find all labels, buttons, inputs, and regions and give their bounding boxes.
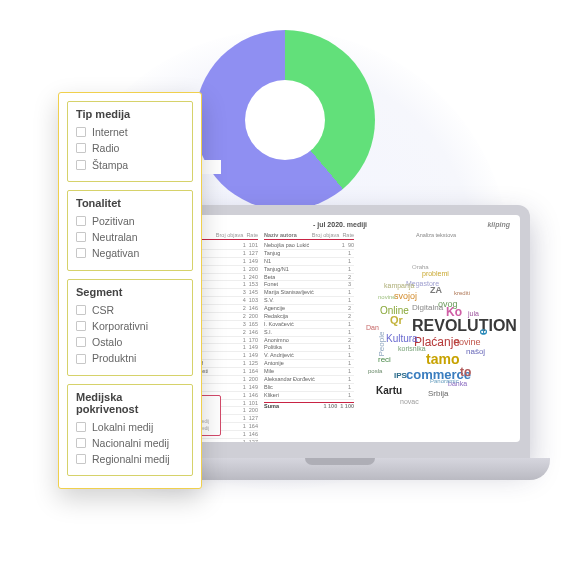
wordcloud-word: tamo — [426, 352, 459, 366]
table-row: Marija Stanisavljević1 — [264, 289, 354, 297]
filter-group: SegmentCSRKorporativniOstaloProduktni — [67, 279, 193, 376]
filter-option-label: Radio — [92, 140, 119, 156]
filter-option[interactable]: Nacionalni medij — [76, 435, 184, 451]
wordcloud-word: korisnika — [398, 345, 426, 352]
filter-option-label: Nacionalni medij — [92, 435, 169, 451]
filter-option-label: Internet — [92, 124, 128, 140]
filter-group: Tip medijaInternetRadioŠtampa — [67, 101, 193, 182]
filter-panel: Tip medijaInternetRadioŠtampaTonalitetPo… — [58, 92, 202, 489]
table-row: Beta2 — [264, 274, 354, 282]
checkbox-icon[interactable] — [76, 337, 86, 347]
checkbox-icon[interactable] — [76, 454, 86, 464]
checkbox-icon[interactable] — [76, 305, 86, 315]
filter-group-title: Medijska pokrivenost — [76, 391, 184, 415]
filter-option[interactable]: Internet — [76, 124, 184, 140]
table-row: Klikeri1 — [264, 392, 354, 400]
filter-option-label: Regionalni medij — [92, 451, 170, 467]
wordcloud-word: svojoj — [394, 292, 417, 301]
table-row: Redakcija2 — [264, 313, 354, 321]
table-row: Mile1 — [264, 368, 354, 376]
wordcloud-word: ZA — [430, 286, 442, 295]
laptop-display: - jul 2020. mediji kliping Naziv medijaB… — [160, 215, 520, 442]
wordcloud-word: posla — [368, 368, 382, 374]
filter-option[interactable]: Radio — [76, 140, 184, 156]
wordcloud-word: Kultura — [386, 334, 418, 344]
filter-option[interactable]: Pozitivan — [76, 213, 184, 229]
table-row: S.V.1 — [264, 297, 354, 305]
wordcloud-title: Analiza tekstova — [360, 232, 512, 238]
wordcloud-word: problemi — [422, 270, 449, 277]
wordcloud-word: Ko — [446, 306, 462, 318]
wordcloud-word: Dan — [366, 324, 379, 331]
table-row: Agencije2 — [264, 305, 354, 313]
filter-option-label: Negativan — [92, 245, 139, 261]
wordcloud-word: kampanja — [384, 282, 414, 289]
filter-group-title: Segment — [76, 286, 184, 298]
filter-option[interactable]: Korporativni — [76, 318, 184, 334]
checkbox-icon[interactable] — [76, 438, 86, 448]
filter-option-label: Produktni — [92, 350, 136, 366]
wordcloud-word: Kartu — [376, 386, 402, 396]
wordcloud-section: Analiza tekstova REVOLUTIONPlaćanjetamoc… — [360, 232, 512, 442]
table-row: I. Kovačević1 — [264, 321, 354, 329]
table-row: Politika1 — [264, 344, 354, 352]
checkbox-icon[interactable] — [76, 321, 86, 331]
table-row: N11 — [264, 258, 354, 266]
table-row: S.l.1 — [264, 329, 354, 337]
filter-option-label: Korporativni — [92, 318, 148, 334]
filter-option-label: Pozitivan — [92, 213, 135, 229]
checkbox-icon[interactable] — [76, 232, 86, 242]
wordcloud-word: e — [477, 329, 489, 336]
checkbox-icon[interactable] — [76, 127, 86, 137]
wordcloud-word: novine — [378, 294, 396, 300]
checkbox-icon[interactable] — [76, 216, 86, 226]
table-row: Aleksandar Đorđević1 — [264, 376, 354, 384]
wordcloud-word: našoj — [466, 348, 485, 356]
table-row: Antonije1 — [264, 360, 354, 368]
wordcloud-word: jula — [468, 310, 479, 317]
filter-group-title: Tonalitet — [76, 197, 184, 209]
checkbox-icon[interactable] — [76, 143, 86, 153]
wordcloud-word: Panoramic — [430, 378, 459, 384]
report: - jul 2020. mediji kliping Naziv medijaB… — [160, 215, 520, 442]
wordcloud-word: novac — [400, 398, 419, 405]
wordcloud-word: to — [460, 366, 471, 378]
filter-option[interactable]: Štampa — [76, 157, 184, 173]
checkbox-icon[interactable] — [76, 354, 86, 364]
filter-option-label: Štampa — [92, 157, 128, 173]
table-row: Anonimno2 — [264, 337, 354, 345]
checkbox-icon[interactable] — [76, 422, 86, 432]
filter-option[interactable]: Neutralan — [76, 229, 184, 245]
filter-option-label: Ostalo — [92, 334, 122, 350]
table-row: Blic1 — [264, 384, 354, 392]
wordcloud: REVOLUTIONPlaćanjetamocommerceOnlineKult… — [360, 240, 512, 425]
filter-option-label: Neutralan — [92, 229, 138, 245]
checkbox-icon[interactable] — [76, 160, 86, 170]
wordcloud-word: IPS — [394, 372, 407, 380]
checkbox-icon[interactable] — [76, 248, 86, 258]
donut-chart — [195, 30, 375, 210]
filter-group: Medijska pokrivenostLokalni medijNaciona… — [67, 384, 193, 477]
wordcloud-word: reci — [378, 356, 391, 364]
filter-option[interactable]: CSR — [76, 302, 184, 318]
filter-option[interactable]: Produktni — [76, 350, 184, 366]
filter-option-label: CSR — [92, 302, 114, 318]
filter-group: TonalitetPozitivanNeutralanNegativan — [67, 190, 193, 271]
table-total: Suma1 1001 100 — [264, 402, 354, 410]
wordcloud-word: REVOLUTION — [412, 318, 517, 334]
filter-option[interactable]: Regionalni medij — [76, 451, 184, 467]
table-row: Tanjug/N11 — [264, 266, 354, 274]
author-table: Naziv autoraBroj objavaRateNebojša pao L… — [264, 232, 354, 442]
wordcloud-word: Oraha — [412, 264, 429, 270]
filter-group-title: Tip medija — [76, 108, 184, 120]
wordcloud-word: krediti — [454, 290, 470, 296]
filter-option[interactable]: Negativan — [76, 245, 184, 261]
wordcloud-word: Qr — [390, 315, 403, 326]
filter-option-label: Lokalni medij — [92, 419, 153, 435]
filter-option[interactable]: Lokalni medij — [76, 419, 184, 435]
wordcloud-word: novine — [454, 338, 481, 347]
filter-option[interactable]: Ostalo — [76, 334, 184, 350]
wordcloud-word: People — [378, 332, 386, 357]
report-title: - jul 2020. mediji — [168, 221, 512, 228]
brand-logo: kliping — [487, 221, 510, 228]
